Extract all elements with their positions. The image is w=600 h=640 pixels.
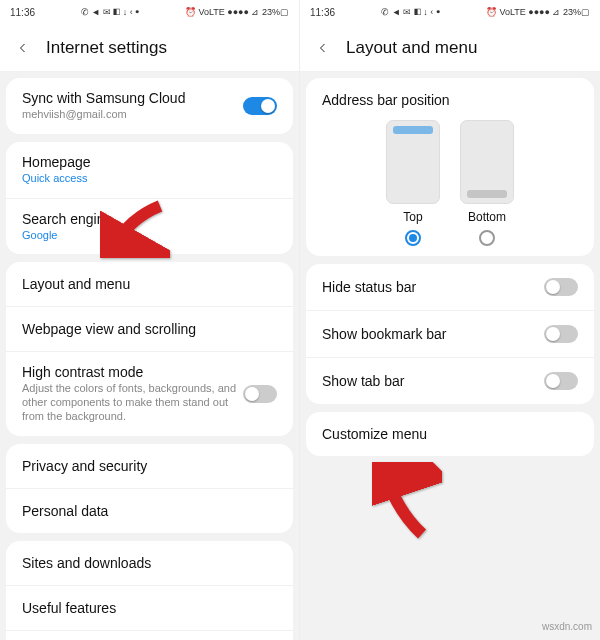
row-webpage-view[interactable]: Webpage view and scrolling bbox=[6, 307, 293, 352]
option-bottom[interactable]: Bottom bbox=[460, 120, 514, 246]
sites-label: Sites and downloads bbox=[22, 555, 151, 571]
back-icon[interactable] bbox=[314, 39, 332, 57]
personal-label: Personal data bbox=[22, 503, 108, 519]
hide-status-toggle[interactable] bbox=[544, 278, 578, 296]
page-title: Layout and menu bbox=[346, 38, 477, 58]
status-left-icons: ✆ ◄ ✉ ◧ ↓ ‹ ꔷ bbox=[81, 7, 139, 18]
radio-top[interactable] bbox=[405, 230, 421, 246]
search-title: Search engine bbox=[22, 211, 277, 227]
option-top[interactable]: Top bbox=[386, 120, 440, 246]
sync-title: Sync with Samsung Cloud bbox=[22, 90, 243, 106]
row-labs[interactable]: Labs bbox=[6, 631, 293, 641]
webpage-label: Webpage view and scrolling bbox=[22, 321, 196, 337]
privacy-label: Privacy and security bbox=[22, 458, 147, 474]
status-time: 11:36 bbox=[10, 7, 35, 18]
status-left-icons: ✆ ◄ ✉ ◧ ↓ ‹ ꔷ bbox=[381, 7, 439, 18]
radio-bottom[interactable] bbox=[479, 230, 495, 246]
opt-top-label: Top bbox=[403, 210, 422, 224]
contrast-sub: Adjust the colors of fonts, backgrounds,… bbox=[22, 382, 243, 423]
opt-bottom-label: Bottom bbox=[468, 210, 506, 224]
header-left: Internet settings bbox=[0, 24, 299, 72]
page-title: Internet settings bbox=[46, 38, 167, 58]
row-customize-menu[interactable]: Customize menu bbox=[306, 412, 594, 456]
status-right-icons: ⏰ VoLTE ●●●● ⊿ 23%▢ bbox=[185, 7, 289, 17]
status-time: 11:36 bbox=[310, 7, 335, 18]
sync-toggle[interactable] bbox=[243, 97, 277, 115]
hide-status-label: Hide status bar bbox=[322, 279, 416, 295]
row-layout-menu[interactable]: Layout and menu bbox=[6, 262, 293, 307]
row-search-engine[interactable]: Search engine Google bbox=[6, 199, 293, 255]
address-bar-section: Address bar position Top Bottom bbox=[306, 78, 594, 256]
homepage-title: Homepage bbox=[22, 154, 277, 170]
contrast-title: High contrast mode bbox=[22, 364, 243, 380]
phone-left: 11:36 ✆ ◄ ✉ ◧ ↓ ‹ ꔷ ⏰ VoLTE ●●●● ⊿ 23%▢ … bbox=[0, 0, 300, 640]
row-show-bookmark[interactable]: Show bookmark bar bbox=[306, 311, 594, 358]
abpos-title: Address bar position bbox=[322, 92, 578, 108]
bookmark-label: Show bookmark bar bbox=[322, 326, 447, 342]
row-show-tab[interactable]: Show tab bar bbox=[306, 358, 594, 404]
mock-top-icon bbox=[386, 120, 440, 204]
status-bar: 11:36 ✆ ◄ ✉ ◧ ↓ ‹ ꔷ ⏰ VoLTE ●●●● ⊿ 23%▢ bbox=[0, 0, 299, 24]
watermark: wsxdn.com bbox=[542, 621, 592, 632]
useful-label: Useful features bbox=[22, 600, 116, 616]
row-sites[interactable]: Sites and downloads bbox=[6, 541, 293, 586]
row-high-contrast[interactable]: High contrast mode Adjust the colors of … bbox=[6, 352, 293, 435]
customize-label: Customize menu bbox=[322, 426, 427, 442]
row-homepage[interactable]: Homepage Quick access bbox=[6, 142, 293, 199]
row-personal[interactable]: Personal data bbox=[6, 489, 293, 533]
row-hide-status[interactable]: Hide status bar bbox=[306, 264, 594, 311]
homepage-sub: Quick access bbox=[22, 172, 277, 186]
layout-label: Layout and menu bbox=[22, 276, 130, 292]
search-sub: Google bbox=[22, 229, 277, 243]
header-right: Layout and menu bbox=[300, 24, 600, 72]
row-useful[interactable]: Useful features bbox=[6, 586, 293, 631]
bookmark-toggle[interactable] bbox=[544, 325, 578, 343]
tab-toggle[interactable] bbox=[544, 372, 578, 390]
row-sync[interactable]: Sync with Samsung Cloud mehviish@gmail.c… bbox=[6, 78, 293, 134]
row-privacy[interactable]: Privacy and security bbox=[6, 444, 293, 489]
status-right-icons: ⏰ VoLTE ●●●● ⊿ 23%▢ bbox=[486, 7, 590, 17]
tab-label: Show tab bar bbox=[322, 373, 405, 389]
phone-right: 11:36 ✆ ◄ ✉ ◧ ↓ ‹ ꔷ ⏰ VoLTE ●●●● ⊿ 23%▢ … bbox=[300, 0, 600, 640]
status-bar: 11:36 ✆ ◄ ✉ ◧ ↓ ‹ ꔷ ⏰ VoLTE ●●●● ⊿ 23%▢ bbox=[300, 0, 600, 24]
mock-bottom-icon bbox=[460, 120, 514, 204]
contrast-toggle[interactable] bbox=[243, 385, 277, 403]
sync-sub: mehviish@gmail.com bbox=[22, 108, 243, 122]
back-icon[interactable] bbox=[14, 39, 32, 57]
